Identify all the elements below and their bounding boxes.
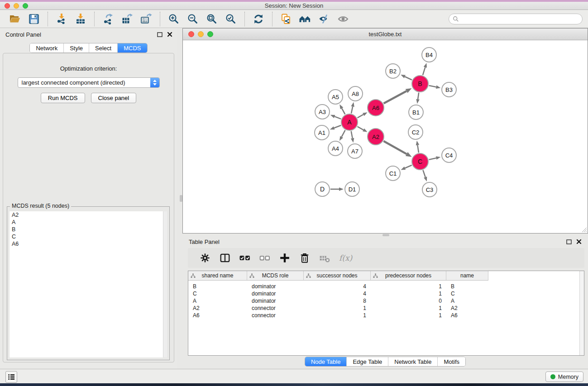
task-history-button[interactable] — [5, 371, 17, 383]
tab-mcds[interactable]: MCDS — [118, 43, 147, 52]
table-scrollbar[interactable] — [579, 271, 584, 355]
search-input[interactable] — [461, 16, 578, 22]
result-item[interactable]: A2 — [10, 211, 167, 219]
result-item[interactable]: C — [10, 233, 167, 240]
graph-edge-A-A5[interactable] — [342, 108, 345, 114]
deselect-all-icon[interactable] — [259, 253, 270, 263]
import-table-icon[interactable] — [75, 13, 86, 25]
open-file-icon[interactable] — [9, 13, 21, 25]
close-panel-icon[interactable] — [166, 31, 173, 38]
memory-button[interactable]: Memory — [545, 372, 583, 382]
add-column-icon[interactable] — [279, 253, 290, 263]
graph-edge-B-B4[interactable] — [423, 67, 425, 75]
result-item[interactable]: A — [10, 219, 167, 226]
hide-graphics-details-icon[interactable] — [318, 13, 330, 25]
run-mcds-button[interactable]: Run MCDS — [41, 93, 85, 103]
network-graph[interactable]: AA1A2A3A4A5A6A7A8BB1B2B3B4CC1C2C3C4DD1 — [183, 40, 588, 233]
result-item[interactable]: A6 — [10, 240, 167, 248]
column-header-mcds-role[interactable]: MCDS role — [247, 271, 304, 281]
desktop-scrollbar-stub[interactable] — [180, 195, 182, 202]
graph-edge-B-B3[interactable] — [429, 86, 436, 87]
graph-edge-arrowhead — [401, 167, 406, 170]
graph-edge-B-B2[interactable] — [405, 76, 412, 80]
tab-network[interactable]: Network — [30, 43, 64, 52]
tab-select[interactable]: Select — [89, 43, 118, 52]
column-view-icon[interactable] — [220, 253, 230, 263]
column-header-shared-name[interactable]: shared name — [188, 271, 247, 281]
result-scrollbar[interactable] — [163, 211, 167, 357]
graph-edge-C-C1[interactable] — [405, 165, 412, 168]
export-network-icon[interactable] — [102, 13, 114, 25]
import-network-icon[interactable] — [56, 13, 67, 25]
tab-motifs[interactable]: Motifs — [438, 357, 465, 366]
search-field[interactable] — [449, 14, 583, 24]
graph-edge-A-A3[interactable] — [335, 116, 341, 119]
graph-edge-A-A7[interactable] — [351, 131, 353, 138]
zoom-out-icon[interactable] — [187, 13, 199, 25]
float-panel-icon[interactable] — [565, 238, 573, 245]
zoom-in-icon[interactable] — [168, 13, 180, 25]
table-panel-title: Table Panel — [189, 238, 220, 245]
criterion-dropdown[interactable]: largest connected component (directed) — [18, 77, 160, 88]
table-toolbar: f(x) — [188, 248, 584, 268]
export-table-icon[interactable] — [121, 13, 133, 25]
graph-edge-A-A4[interactable] — [342, 130, 345, 137]
table-body: Bdominator 41 B Cdominator 41 C Adominat… — [188, 281, 584, 319]
show-graphics-details-icon[interactable] — [337, 13, 349, 25]
tab-style[interactable]: Style — [64, 43, 89, 52]
graph-node-label: A4 — [332, 145, 339, 152]
node-table: shared name MCDS role successor nodes pr… — [188, 271, 584, 356]
graph-edge-C-C4[interactable] — [429, 158, 436, 160]
float-panel-icon[interactable] — [156, 31, 163, 38]
table-row[interactable]: A6connector 11 A6 — [188, 312, 584, 319]
column-type-icon — [191, 273, 196, 278]
delete-column-trash-icon[interactable] — [299, 253, 310, 263]
refresh-layout-icon[interactable] — [253, 13, 264, 25]
resize-grip[interactable] — [581, 226, 587, 233]
graph-edge-C-C2[interactable] — [417, 145, 419, 153]
graph-edge-A-A8[interactable] — [351, 106, 353, 113]
graph-node-label: B — [418, 80, 422, 87]
tab-edge-table[interactable]: Edge Table — [347, 357, 388, 366]
column-type-icon — [306, 273, 311, 278]
table-row[interactable]: A2connector 11 A2 — [188, 305, 584, 312]
graph-edge-arrowhead — [339, 105, 343, 110]
toolbar-separator — [244, 12, 245, 26]
tab-network-table[interactable]: Network Table — [388, 357, 438, 366]
home-icon[interactable] — [299, 13, 311, 25]
result-item[interactable]: B — [10, 226, 167, 233]
export-image-icon[interactable] — [140, 13, 152, 25]
column-header-name[interactable]: name — [446, 271, 488, 281]
control-panel-tabbar: Network Style Select MCDS — [29, 43, 147, 53]
table-row[interactable]: Cdominator 41 C — [188, 290, 584, 297]
network-from-file-icon[interactable] — [280, 13, 292, 25]
graph-edge-A6-B[interactable] — [384, 91, 407, 103]
graph-edge-arrowhead — [351, 138, 354, 143]
graph-edge-arrowhead — [406, 88, 412, 93]
graph-edge-B-B1[interactable] — [418, 93, 419, 99]
zoom-selected-icon[interactable] — [225, 13, 237, 25]
network-canvas[interactable]: AA1A2A3A4A5A6A7A8BB1B2B3B4CC1C2C3C4DD1 — [183, 40, 588, 233]
delete-table-icon[interactable] — [319, 253, 330, 263]
zoom-fit-icon[interactable] — [206, 13, 218, 25]
table-row[interactable]: Adominator 80 A — [188, 297, 584, 305]
save-session-icon[interactable] — [28, 13, 40, 25]
graph-edge-A-A2[interactable] — [358, 127, 363, 130]
graph-edge-C-C3[interactable] — [423, 170, 425, 177]
graph-edge-A2-C[interactable] — [383, 141, 406, 154]
table-settings-gear-icon[interactable] — [200, 253, 210, 263]
graph-edge-A-A1[interactable] — [334, 125, 341, 128]
graph-node-label: B3 — [445, 86, 453, 93]
column-header-successor-nodes[interactable]: successor nodes — [304, 271, 371, 281]
close-panel-button[interactable]: Close panel — [91, 93, 137, 103]
select-all-icon[interactable] — [239, 253, 250, 263]
close-panel-icon[interactable] — [575, 238, 583, 245]
graph-edge-arrowhead — [363, 129, 368, 132]
column-header-predecessor-nodes[interactable]: predecessor nodes — [371, 271, 446, 281]
graph-edge-arrowhead — [424, 176, 427, 181]
function-builder-fx-icon[interactable]: f(x) — [339, 253, 352, 262]
network-window-titlebar[interactable]: testGlobe.txt — [183, 29, 588, 40]
graph-edge-A-A6[interactable] — [358, 114, 363, 118]
table-row[interactable]: Bdominator 41 B — [188, 283, 584, 290]
tab-node-table[interactable]: Node Table — [305, 357, 347, 366]
